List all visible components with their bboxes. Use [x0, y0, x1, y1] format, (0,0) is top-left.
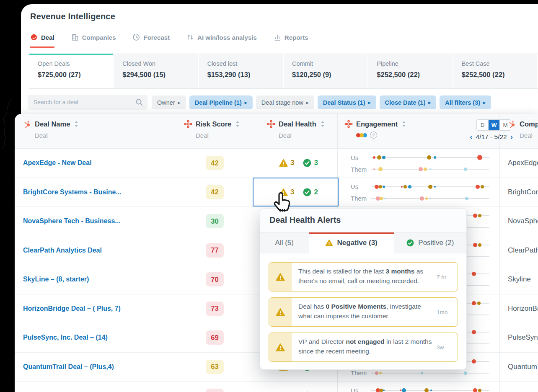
popup-tab-all[interactable]: All (5): [260, 232, 309, 253]
deal-health-alerts-popup: Deal Health Alerts All (5)Negative (3)Po…: [260, 208, 467, 370]
popup-title: Deal Health Alerts: [260, 209, 466, 232]
popup-tab-positive[interactable]: Positive (2): [394, 232, 466, 253]
risk-score-badge: 77: [206, 243, 224, 258]
column-header-deal-name[interactable]: Deal Name Deal: [23, 120, 78, 139]
sort-icon[interactable]: [321, 121, 325, 127]
company-name: ClearPath: [508, 246, 538, 255]
engagement-track: [371, 390, 489, 391]
engagement-dot: [401, 186, 403, 188]
popup-tab-label: Negative (3): [337, 239, 377, 247]
summary-card-closed-won[interactable]: Closed Won$294,500 (15): [114, 54, 199, 88]
popup-tab-negative[interactable]: Negative (3): [309, 232, 394, 253]
filter-chip-close-date[interactable]: Close Date (1)▸: [380, 95, 437, 109]
column-header-companies[interactable]: Companies Deal: [508, 120, 538, 139]
alert-card[interactable]: VP and Director not engaged in last 2 mo…: [269, 333, 458, 362]
engagement-dot: [465, 197, 468, 200]
forecast-icon: [133, 34, 140, 41]
table-row[interactable]: ApexEdge - New Deal4233UsThemApexEdge: [15, 149, 538, 178]
engagement-dot: [425, 197, 428, 200]
tab-reports[interactable]: Reports: [274, 34, 308, 48]
gong-icon: [344, 120, 353, 128]
deal-name-link[interactable]: HorizonBridge Deal – ( Plus, 7): [23, 305, 121, 312]
deal-name-link[interactable]: ApexEdge - New Deal: [23, 159, 92, 167]
engagement-dot: [477, 302, 481, 305]
engagement-label: Us: [351, 154, 371, 161]
column-header-risk-score[interactable]: Risk Score Deal: [184, 120, 240, 139]
company-cell: ClearPath: [499, 236, 538, 265]
deal-name-link[interactable]: NovaSphere Tech - Business...: [23, 217, 121, 225]
deal-name-cell: PulseSync, Inc. Deal – (14): [15, 323, 170, 352]
sort-icon[interactable]: [402, 121, 406, 127]
table-row[interactable]: BrightCore Systems - Busine...4232UsThem…: [15, 178, 538, 207]
tab-companies[interactable]: Companies: [71, 34, 116, 48]
sort-icon[interactable]: [235, 121, 240, 127]
column-header-deal-health[interactable]: Deal Health Deal: [267, 120, 325, 139]
alert-card[interactable]: Deal has 0 Positive Moments, investigate…: [269, 297, 458, 327]
engagement-dot: [481, 185, 484, 188]
main-nav-tabs: DealCompaniesForecastAI win/loss analysi…: [30, 34, 308, 48]
engagement-dot: [478, 214, 481, 217]
filter-bar: Owner▸Deal Pipeline (1)▸Deal stage now▸D…: [21, 90, 538, 115]
deal-name-cell: HorizonBridge Deal – ( Plus, 7): [15, 294, 170, 323]
deal-search-box[interactable]: [28, 95, 147, 110]
help-icon[interactable]: ?: [370, 132, 377, 139]
engagement-dot: [429, 168, 431, 170]
deal-health-cell[interactable]: 33: [260, 149, 337, 178]
summary-card-commit[interactable]: Commit$120,250 (9): [284, 54, 368, 88]
deal-name-link[interactable]: PulseSync, Inc. Deal – (14): [23, 334, 108, 341]
engagement-dot: [421, 372, 423, 374]
risk-score-badge: 42: [206, 156, 224, 170]
risk-score-cell: 42: [170, 178, 260, 207]
deal-name-cell: NovaSphere Tech - Business...: [15, 207, 170, 236]
filter-chip-deal-status[interactable]: Deal Status (1)▸: [318, 95, 376, 109]
filter-chip-deal-stage-now[interactable]: Deal stage now▸: [256, 95, 314, 109]
company-cell: PulseSync: [499, 323, 538, 352]
summary-card-pipeline[interactable]: Pipeline$252,500 (22): [368, 54, 453, 88]
summary-card-closed-lost[interactable]: Closed lost$153,290 (13): [199, 54, 284, 88]
tab-deal[interactable]: Deal: [30, 34, 54, 48]
column-header-engagement[interactable]: Engagement ?: [344, 120, 406, 139]
period-toggle[interactable]: DWM: [476, 119, 511, 131]
reports-icon: [274, 34, 281, 41]
summary-card-open-deals[interactable]: Open Deals$725,000 (27): [29, 54, 114, 88]
engagement-dot: [477, 155, 482, 160]
filter-chip-deal-pipeline[interactable]: Deal Pipeline (1)▸: [189, 95, 253, 109]
warning-icon: [325, 239, 333, 247]
engagement-dot: [383, 389, 385, 391]
engagement-dot: [408, 185, 411, 188]
engagement-dot: [400, 389, 401, 391]
period-option-w[interactable]: W: [488, 120, 499, 130]
sort-icon[interactable]: [74, 121, 78, 127]
card-label: Open Deals: [38, 60, 113, 67]
risk-score-badge: 69: [206, 330, 224, 345]
filter-chip-owner[interactable]: Owner▸: [152, 95, 186, 109]
company-name: PulseSync: [508, 333, 538, 342]
prev-date-chevron[interactable]: ‹: [470, 133, 472, 141]
engagement-dot: [404, 185, 407, 188]
engagement-dot: [472, 359, 476, 364]
engagement-dot: [378, 167, 383, 171]
engagement-dot: [473, 214, 477, 218]
engagement-dot: [429, 198, 431, 199]
search-input[interactable]: [28, 99, 135, 106]
deal-name-link[interactable]: SkyLine – (8, starter): [23, 276, 89, 283]
alert-card[interactable]: This deal is stalled for the last 3 mont…: [269, 262, 458, 291]
deal-name-cell: BrightCore Systems - Busine...: [15, 178, 170, 207]
deal-name-link[interactable]: ClearPath Analytics Deal: [23, 247, 102, 254]
deal-health-cell[interactable]: 32: [260, 178, 337, 207]
deal-name-link[interactable]: BrightCore Systems - Busine...: [23, 188, 122, 196]
period-option-d[interactable]: D: [477, 120, 488, 130]
engagement-cell: UsThem: [337, 382, 499, 392]
tab-ai-winloss[interactable]: AI win/loss analysis: [186, 34, 257, 48]
deal-name-link[interactable]: QuantumTrail Deal – (Plus,4): [23, 363, 114, 371]
engagement-track: [371, 198, 489, 199]
filter-chip-all-filters[interactable]: All filters (3)▸: [440, 95, 491, 109]
table-row[interactable]: UsThem: [15, 382, 538, 392]
deal-health-cell[interactable]: [260, 382, 337, 392]
tab-label: Reports: [285, 34, 308, 41]
alert-message: Deal has 0 Positive Moments, investigate…: [292, 298, 437, 326]
chip-label: All filters (3): [445, 99, 480, 106]
tab-forecast[interactable]: Forecast: [133, 34, 170, 48]
summary-card-best-case[interactable]: Best Case$252,500 (22): [453, 54, 538, 88]
card-label: Closed Won: [122, 60, 198, 67]
